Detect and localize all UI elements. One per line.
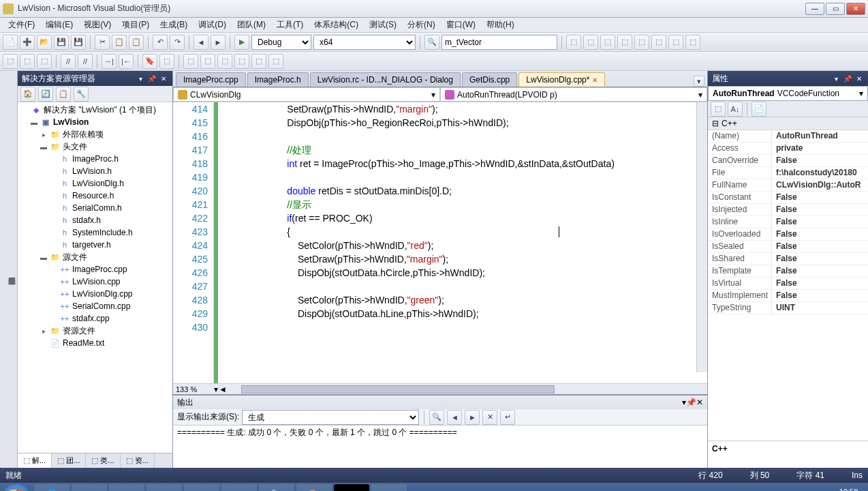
prop-row[interactable]: TypeStringUINT — [708, 302, 868, 314]
tree-item[interactable]: ▬📁源文件 — [18, 251, 172, 263]
task-app4[interactable]: ⬚ — [371, 484, 407, 491]
sol-home-button[interactable]: 🏠 — [20, 87, 35, 102]
task-app1[interactable]: 📺 — [72, 484, 107, 491]
prop-pin-icon[interactable]: 📌 — [843, 74, 852, 83]
prop-row[interactable]: MustImplementFalse — [708, 290, 868, 302]
find-input[interactable] — [441, 35, 557, 50]
panel-dropdown-icon[interactable]: ▾ — [136, 74, 145, 83]
tb2-g[interactable]: ⬚ — [217, 54, 232, 69]
tb2-e[interactable]: ⬚ — [183, 54, 198, 69]
tb-btn-d[interactable]: ⬚ — [617, 35, 632, 50]
tree-item[interactable]: ++SerialComn.cpp — [18, 300, 172, 312]
tree-item[interactable]: hSystemInclude.h — [18, 226, 172, 239]
start-button[interactable]: ▶ — [234, 35, 249, 50]
new-project-button[interactable]: 📄 — [3, 35, 18, 50]
doc-tab[interactable]: LwVision.rc - ID...N_DIALOG - Dialog — [310, 72, 461, 87]
tree-item[interactable]: ▸📁外部依赖项 — [18, 128, 172, 140]
method-selector[interactable]: AutoRunThread(LPVOID p)▾ — [440, 87, 707, 102]
class-selector[interactable]: CLwVisionDlg▾ — [173, 87, 440, 102]
prop-categorized-button[interactable]: ⬚ — [711, 102, 726, 117]
menu-文件(F)[interactable]: 文件(F) — [3, 18, 40, 32]
menu-团队(M)[interactable]: 团队(M) — [232, 18, 271, 32]
bookmark-button[interactable]: 🔖 — [142, 54, 157, 69]
tb2-d[interactable]: ⬚ — [159, 54, 174, 69]
tb2-a[interactable]: ⬚ — [3, 54, 18, 69]
doc-tab[interactable]: ImageProc.h — [247, 72, 309, 87]
prop-row[interactable]: IsVirtualFalse — [708, 278, 868, 290]
prop-row[interactable]: CanOverrideFalse — [708, 155, 868, 167]
menu-测试(S)[interactable]: 测试(S) — [364, 18, 402, 32]
output-source-select[interactable]: 生成 — [242, 410, 419, 425]
minimize-button[interactable]: — — [805, 3, 824, 15]
tree-item[interactable]: ++ImageProc.cpp — [18, 263, 172, 276]
prop-row[interactable]: IsInjectedFalse — [708, 204, 868, 216]
uncomment-button[interactable]: // — [78, 54, 93, 69]
panel-close-icon[interactable]: ✕ — [159, 74, 168, 83]
tb-btn-h[interactable]: ⬚ — [685, 35, 700, 50]
menu-帮助(H)[interactable]: 帮助(H) — [481, 18, 520, 32]
find-button[interactable]: 🔍 — [424, 35, 439, 50]
output-next-button[interactable]: ► — [465, 410, 480, 425]
output-text[interactable]: ========== 生成: 成功 0 个，失败 0 个，最新 1 个，跳过 0… — [173, 426, 707, 468]
tree-item[interactable]: ++LwVision.cpp — [18, 276, 172, 288]
menu-生成(B)[interactable]: 生成(B) — [155, 18, 193, 32]
bottom-tab[interactable]: ⬚团... — [52, 453, 86, 468]
task-paint[interactable]: 🎨 — [296, 484, 332, 491]
code-editor[interactable]: 4144154164174184194204214224234244254264… — [173, 102, 707, 383]
prop-row[interactable]: Filef:\halconstudy\20180 — [708, 167, 868, 179]
start-button-win[interactable] — [3, 484, 30, 491]
tree-item[interactable]: hSerialComn.h — [18, 202, 172, 214]
prop-row[interactable]: Accessprivate — [708, 143, 868, 155]
prop-row[interactable]: IsOverloadedFalse — [708, 228, 868, 241]
prop-category[interactable]: ⊟ C++ — [708, 117, 868, 130]
tree-item[interactable]: ▸📁资源文件 — [18, 325, 172, 337]
menu-工具(T)[interactable]: 工具(T) — [271, 18, 309, 32]
platform-select[interactable]: x64 — [313, 35, 416, 50]
sol-showall-button[interactable]: 📋 — [56, 87, 71, 102]
menu-调试(D)[interactable]: 调试(D) — [193, 18, 232, 32]
tree-item[interactable]: hLwVision.h — [18, 165, 172, 177]
sol-refresh-button[interactable]: 🔄 — [38, 87, 53, 102]
indent-button[interactable]: →| — [102, 54, 117, 69]
vertical-scrollbar[interactable] — [696, 102, 707, 372]
prop-alpha-button[interactable]: A↓ — [728, 102, 743, 117]
task-ha[interactable]: HA — [184, 484, 219, 491]
prop-row[interactable]: (Name)AutoRunThread — [708, 130, 868, 143]
cut-button[interactable]: ✂ — [95, 35, 110, 50]
menu-项目(P)[interactable]: 项目(P) — [117, 18, 155, 32]
task-wps[interactable]: W — [146, 484, 182, 491]
copy-button[interactable]: 📋 — [112, 35, 127, 50]
bottom-tab[interactable]: ⬚资... — [121, 453, 155, 468]
bottom-tab[interactable]: ⬚类... — [86, 453, 120, 468]
tree-item[interactable]: 📄ReadMe.txt — [18, 337, 172, 349]
sol-properties-button[interactable]: 🔧 — [74, 87, 89, 102]
horizontal-scrollbar[interactable]: 133 %▾ ◄ — [173, 383, 707, 394]
menu-体系结构(C)[interactable]: 体系结构(C) — [309, 18, 364, 32]
prop-row[interactable]: IsConstantFalse — [708, 192, 868, 204]
system-tray[interactable]: 💬 ⌨ ▴ 🏳 📶 🔊 10:59 2018/7/20 — [748, 488, 865, 491]
add-item-button[interactable]: ➕ — [20, 35, 35, 50]
doctabs-dropdown-icon[interactable]: ▾ — [694, 76, 704, 87]
tree-item[interactable]: hResource.h — [18, 190, 172, 202]
prop-close-icon[interactable]: ✕ — [854, 74, 864, 83]
tb-btn-a[interactable]: ⬚ — [566, 35, 581, 50]
menu-窗口(W)[interactable]: 窗口(W) — [441, 18, 481, 32]
undo-button[interactable]: ↶ — [153, 35, 168, 50]
output-close-icon[interactable]: ✕ — [696, 398, 703, 407]
task-chrome[interactable]: 🌐 — [34, 484, 69, 491]
output-prev-button[interactable]: ◄ — [447, 410, 462, 425]
h-scroll-thumb[interactable] — [241, 385, 555, 393]
save-button[interactable]: 💾 — [54, 35, 69, 50]
output-clear-button[interactable]: ✕ — [482, 410, 497, 425]
doc-tab[interactable]: ImageProc.cpp — [176, 72, 246, 87]
task-app2[interactable]: 🔧 — [259, 484, 294, 491]
tb-btn-e[interactable]: ⬚ — [634, 35, 649, 50]
code-lines[interactable]: SetDraw(pThis->hWndID,"margin"); DispObj… — [218, 102, 707, 383]
tb-btn-f[interactable]: ⬚ — [651, 35, 666, 50]
prop-pages-button[interactable]: 📄 — [751, 102, 766, 117]
comment-button[interactable]: // — [61, 54, 76, 69]
nav-back-button[interactable]: ◄ — [193, 35, 208, 50]
tray-clock[interactable]: 10:59 2018/7/20 — [832, 488, 865, 491]
tb2-b[interactable]: ⬚ — [20, 54, 35, 69]
properties-grid[interactable]: ⊟ C++ (Name)AutoRunThreadAccessprivateCa… — [708, 117, 868, 441]
